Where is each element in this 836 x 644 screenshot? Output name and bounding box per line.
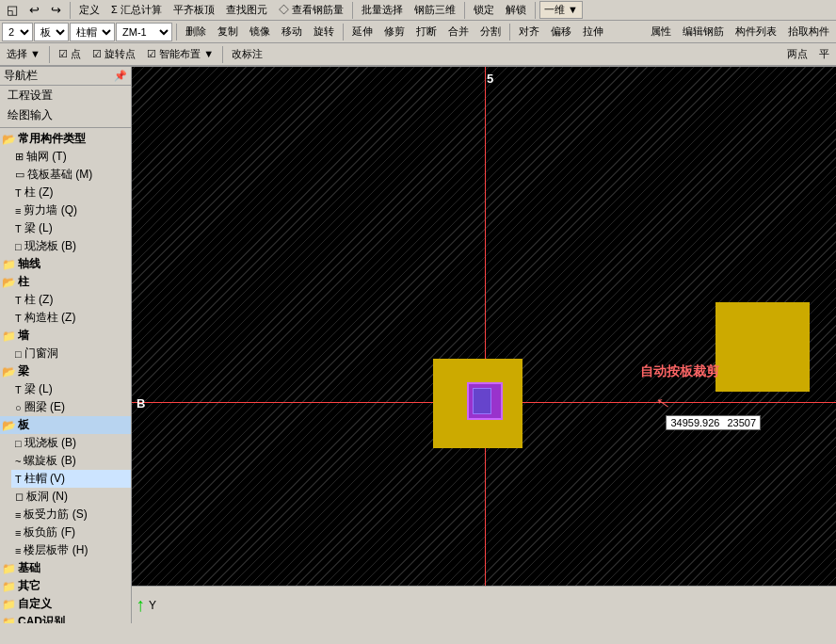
folder-cad-icon: 📁 [2,616,16,624]
change-annotation-button[interactable]: 改标注 [227,45,267,63]
summary-button[interactable]: Σ 汇总计算 [106,1,167,19]
view-rebar-button[interactable]: ◇ 查看钢筋量 [274,1,348,19]
sep2 [352,2,353,19]
lock-button[interactable]: 锁定 [469,1,499,19]
sep9 [222,46,223,63]
tree-folder-wall[interactable]: 📁 墙 [0,327,131,345]
canvas-area[interactable]: 5 B 自动按板裁剪 → 34959.926 23507 ↑ Y [132,67,836,623]
two-point-button[interactable]: 两点 [782,45,812,63]
beam-icon: T [15,223,22,234]
find-button[interactable]: 查找图元 [221,1,272,19]
coord-display: 34959.926 23507 [666,415,761,430]
construct-col-icon: T [15,313,22,324]
sidebar-divider [0,127,131,128]
offset-button[interactable]: 偏移 [546,23,576,40]
edit-rebar-button[interactable]: 编辑钢筋 [678,23,729,40]
blue-inner-rect [473,388,491,414]
define-button[interactable]: 定义 [74,1,104,19]
mirror-button[interactable]: 镜像 [245,23,275,40]
pick-component-button[interactable]: 抬取构件 [783,23,834,40]
tree-item-spiral-slab[interactable]: ~螺旋板 (B) [11,452,131,470]
zm-select[interactable]: ZM-1 [116,23,172,41]
folder-beam-icon: 📂 [2,365,16,378]
rotate-point-button[interactable]: ☑ 旋转点 [88,45,140,63]
tree-item-floor-band[interactable]: ≡楼层板带 (H) [11,541,131,559]
tree-item-axis[interactable]: ⊞轴网 (T) [11,148,131,166]
align2-button[interactable]: 对齐 [514,23,544,40]
point-button[interactable]: ☑ 点 [54,45,86,63]
tree-folder-other[interactable]: 📁 其它 [0,577,131,595]
break-button[interactable]: 打断 [411,23,442,40]
tree-item-ring-beam[interactable]: ○圈梁 (E) [11,398,131,416]
coord-y-value: 23507 [727,417,756,428]
tree-item-beam[interactable]: T梁 (L) [11,219,131,237]
sidebar-title: 导航栏 📌 [0,67,131,86]
tree-item-raft[interactable]: ▭筏板基础 (M) [11,166,131,184]
raft-icon: ▭ [15,169,24,181]
merge-button[interactable]: 合并 [443,23,474,40]
tree-children-common: ⊞轴网 (T) ▭筏板基础 (M) T柱 (Z) ≡剪力墙 (Q) T梁 (L)… [0,148,131,255]
3d-rebar-button[interactable]: 钢筋三维 [410,1,460,19]
split-button[interactable]: 分割 [475,23,506,40]
spiral-slab-icon: ~ [15,456,21,467]
tree-folder-cad[interactable]: 📁 CAD识别 [0,613,131,623]
sidebar-item-project-settings[interactable]: 工程设置 [0,86,131,105]
tree-item-beam-l[interactable]: T梁 (L) [11,380,131,398]
canvas-label-5: 5 [487,72,493,86]
slab-hole-icon: ◻ [15,491,24,503]
folder-open-icon: 📂 [2,133,16,146]
folder-other-icon: 📁 [2,580,16,593]
num-select[interactable]: 213 [2,23,33,41]
tree-item-cap[interactable]: T柱帽 (V) [11,470,131,488]
tree-item-slab-rebar[interactable]: ≡板受力筋 (S) [11,506,131,523]
tree-folder-beam[interactable]: 📂 梁 [0,362,131,380]
type-select[interactable]: 板 [34,23,69,41]
tree-item-neg-rebar[interactable]: ≡板负筋 (F) [11,523,131,541]
tree-item-cast-slab[interactable]: □现浇板 (B) [11,434,131,452]
neg-rebar-icon: ≡ [15,527,21,539]
rotate-button[interactable]: 旋转 [309,23,339,40]
align-button[interactable]: 平齐板顶 [169,1,219,19]
stretch-button[interactable]: 拉伸 [578,23,608,40]
tb-icon-btn-2[interactable]: ↩ [24,1,44,19]
cap-select[interactable]: 柱帽 [70,23,115,41]
tree-item-slab-hole[interactable]: ◻板洞 (N) [11,488,131,506]
sep7 [509,24,510,40]
batch-select-button[interactable]: 批量选择 [357,1,408,19]
select-dropdown-button[interactable]: 选择 ▼ [2,45,45,63]
tree-folder-board[interactable]: 📂 板 [0,416,131,434]
tb-icon-btn-1[interactable]: ◱ [2,1,23,19]
component-list-button[interactable]: 构件列表 [731,23,781,40]
tree-folder-column[interactable]: 📂 柱 [0,273,131,291]
tree-folder-axis[interactable]: 📁 轴线 [0,255,131,273]
main-area: 导航栏 📌 工程设置 绘图输入 📂 常用构件类型 ⊞轴网 (T) ▭筏板基础 (… [0,67,836,623]
property-button[interactable]: 属性 [646,23,676,40]
flat-button[interactable]: 平 [814,45,834,63]
copy-button[interactable]: 复制 [213,23,243,40]
folder-foundation-label: 基础 [18,560,40,576]
extend-button[interactable]: 延伸 [347,23,378,40]
tree-item-col-z[interactable]: T柱 (Z) [11,291,131,309]
smart-place-button[interactable]: ☑ 智能布置 ▼ [142,45,218,63]
move-button[interactable]: 移动 [277,23,307,40]
folder-other-label: 其它 [18,578,40,594]
sidebar-item-drawing-input[interactable]: 绘图输入 [0,105,131,125]
tree-item-construct-col[interactable]: T构造柱 (Z) [11,309,131,327]
tree-item-column[interactable]: T柱 (Z) [11,184,131,201]
tree-item-slab[interactable]: □现浇板 (B) [11,237,131,255]
tree-folder-custom[interactable]: 📁 自定义 [0,595,131,613]
tree-item-shearwall[interactable]: ≡剪力墙 (Q) [11,201,131,219]
sidebar-pin-icon[interactable]: 📌 [114,70,127,82]
tree-folder-common[interactable]: 📂 常用构件类型 [0,130,131,148]
unlock-button[interactable]: 解锁 [501,1,531,19]
axis-icon: ⊞ [15,151,24,163]
tree-folder-foundation[interactable]: 📁 基础 [0,559,131,577]
tb-icon-btn-3[interactable]: ↪ [46,1,66,19]
trim-button[interactable]: 修剪 [379,23,410,40]
tree-item-door-window[interactable]: □门窗洞 [11,345,131,362]
folder-wall-icon: 📁 [2,330,16,343]
col-z-icon: T [15,295,22,306]
sep5 [176,24,177,40]
delete-button[interactable]: 删除 [181,23,211,40]
dim-button[interactable]: 一维 ▼ [539,1,583,19]
